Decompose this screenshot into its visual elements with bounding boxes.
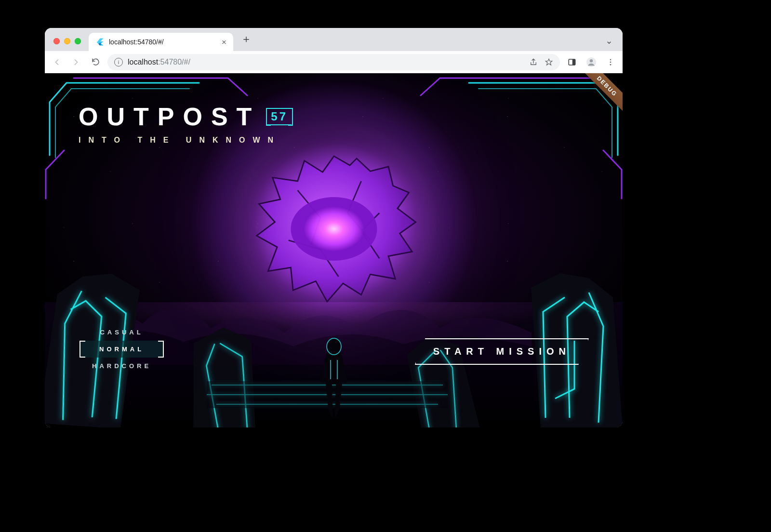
- back-button[interactable]: [50, 55, 64, 69]
- svg-point-7: [610, 59, 611, 60]
- browser-tabstrip: localhost:54780/#/ × ＋: [45, 28, 623, 51]
- site-info-icon[interactable]: i: [114, 58, 123, 66]
- game-title-number: 57: [271, 110, 288, 123]
- game-title-text: OUTPOST: [79, 102, 260, 131]
- browser-toolbar: i localhost:54780/#/: [45, 51, 623, 73]
- difficulty-option-casual[interactable]: CASUAL: [80, 324, 163, 341]
- side-panel-icon[interactable]: [565, 55, 579, 69]
- close-tab-icon[interactable]: ×: [222, 38, 226, 46]
- difficulty-selector: CASUAL NORMAL HARDCORE: [80, 324, 163, 374]
- zoom-window-icon[interactable]: [75, 38, 81, 44]
- tech-pillar-mid-left: [173, 307, 273, 427]
- share-icon[interactable]: [529, 58, 538, 66]
- minimize-window-icon[interactable]: [64, 38, 70, 44]
- close-window-icon[interactable]: [53, 38, 60, 44]
- game-title-block: OUTPOST 57 INTO THE UNKNOWN: [79, 102, 292, 145]
- flutter-favicon-icon: [95, 38, 104, 46]
- start-mission-button[interactable]: START MISSION: [415, 338, 589, 365]
- tab-overflow-icon[interactable]: [605, 39, 623, 51]
- tab-title: localhost:54780/#/: [109, 38, 164, 46]
- svg-point-9: [610, 64, 611, 65]
- game-title: OUTPOST 57: [79, 102, 292, 131]
- browser-tab[interactable]: localhost:54780/#/ ×: [89, 33, 233, 51]
- kebab-menu-icon[interactable]: [603, 55, 618, 69]
- svg-point-10: [291, 197, 377, 261]
- forward-button[interactable]: [69, 55, 83, 69]
- astronaut-silhouette: [315, 336, 353, 418]
- address-bar[interactable]: i localhost:54780/#/: [107, 54, 560, 70]
- tech-pillar-right: [502, 244, 623, 427]
- svg-rect-4: [572, 59, 575, 65]
- browser-window: localhost:54780/#/ × ＋ i localhost:54: [45, 28, 623, 427]
- tech-pillar-mid-right: [393, 317, 486, 427]
- profile-icon[interactable]: [584, 55, 598, 69]
- game-viewport: OUTPOST 57 INTO THE UNKNOWN CASUAL NORMA…: [45, 73, 623, 427]
- game-title-number-badge: 57: [267, 108, 292, 125]
- window-controls: [45, 38, 89, 51]
- nebula-object: [242, 149, 425, 308]
- url-text: localhost:54780/#/: [128, 58, 190, 66]
- game-subtitle: INTO THE UNKNOWN: [79, 136, 292, 145]
- bookmark-icon[interactable]: [545, 58, 553, 66]
- difficulty-option-normal[interactable]: NORMAL: [80, 341, 163, 358]
- url-host: localhost: [128, 58, 158, 66]
- svg-point-6: [590, 59, 593, 62]
- difficulty-option-hardcore[interactable]: HARDCORE: [80, 358, 163, 374]
- svg-point-8: [610, 61, 611, 63]
- url-path: :54780/#/: [158, 58, 190, 66]
- new-tab-button[interactable]: ＋: [233, 32, 258, 51]
- reload-button[interactable]: [88, 55, 103, 69]
